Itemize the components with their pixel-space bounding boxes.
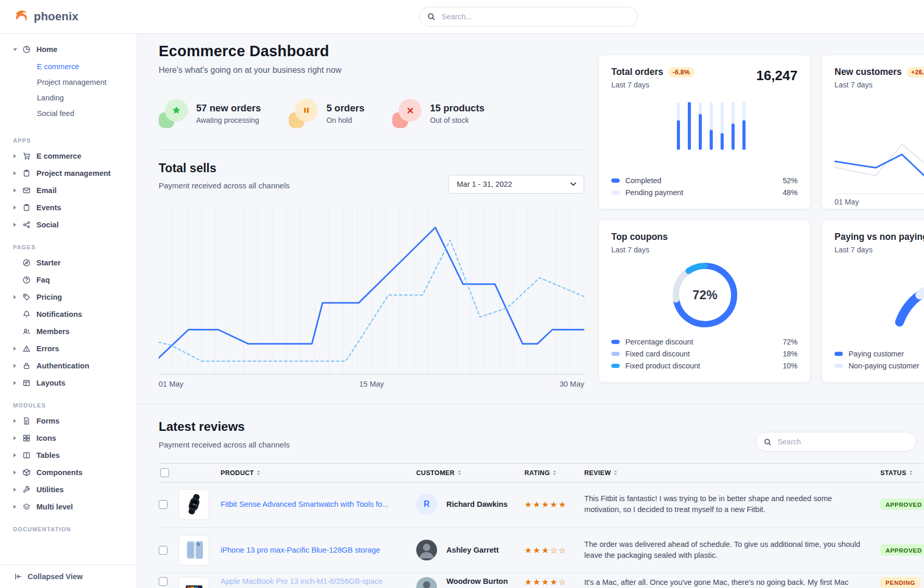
sidebar-item-utilities[interactable]: Utilities xyxy=(0,481,137,498)
reviews-search-input[interactable] xyxy=(777,437,908,446)
paying-vs-nonpaying-card: Paying vs non paying Last 7 days Paying … xyxy=(822,220,924,382)
orders-star-icon xyxy=(159,99,189,128)
rating-stars: ★★★☆☆ xyxy=(524,527,567,573)
sidebar-item-members[interactable]: Members xyxy=(0,323,137,340)
sidebar-item-label: Layouts xyxy=(36,379,66,387)
product-image-iphone[interactable] xyxy=(178,535,209,566)
sidebar-item-ecommerce[interactable]: E commerce xyxy=(0,147,137,164)
sidebar-item-landing[interactable]: Landing xyxy=(0,90,137,106)
total-sells-chart xyxy=(159,205,584,375)
orders-bar-chart xyxy=(675,100,753,152)
collapse-sidebar-label: Collapsed View xyxy=(28,572,83,581)
global-search[interactable] xyxy=(419,7,638,27)
layers-icon xyxy=(22,503,32,511)
sidebar-item-social[interactable]: Social xyxy=(0,216,137,233)
sidebar-item-layouts[interactable]: Layouts xyxy=(0,374,137,391)
sidebar-item-starter[interactable]: Starter xyxy=(0,254,137,271)
stat-value: 57 new orders xyxy=(196,103,261,114)
sidebar-item-project-management[interactable]: Project management xyxy=(0,164,137,182)
product-link[interactable]: iPhone 13 pro max-Pacific Blue-128GB sto… xyxy=(221,546,380,554)
table-row: fitbit Fitbit Sense Advanced Smartwatch … xyxy=(159,481,923,528)
sidebar-item-components[interactable]: Components xyxy=(0,464,137,481)
legend-value: 18% xyxy=(782,350,798,358)
legend: Completed 52% Pending payment 48% xyxy=(611,174,798,198)
sidebar-section-modules: MODULES xyxy=(0,391,137,412)
collapse-sidebar-button[interactable]: Collapsed View xyxy=(0,565,137,588)
chevron-right-icon xyxy=(13,364,21,368)
sidebar-item-faq[interactable]: Faq xyxy=(0,271,137,288)
brand-logo[interactable]: phoenix xyxy=(14,0,79,33)
date-range-value: Mar 1 - 31, 2022 xyxy=(457,180,512,188)
sidebar-item-ecommerce-dashboard[interactable]: E commerce xyxy=(0,59,137,74)
sidebar-item-notifications[interactable]: Notifications xyxy=(0,305,137,323)
sidebar-item-authentication[interactable]: Authentication xyxy=(0,357,137,374)
main-content: Ecommerce Dashboard Here's what's going … xyxy=(137,33,924,588)
paying-gauge-chart xyxy=(835,264,924,352)
sidebar-item-events[interactable]: Events xyxy=(0,199,137,216)
sidebar-item-tables[interactable]: Tables xyxy=(0,446,137,464)
total-orders-value: 16,247 xyxy=(756,68,798,84)
column-header-product[interactable]: PRODUCT xyxy=(221,464,261,482)
top-coupons-card: Top coupons Last 7 days 72% Percentage d… xyxy=(598,220,811,382)
select-all-checkbox[interactable] xyxy=(160,464,169,482)
status-label: APPROVED xyxy=(886,547,922,554)
latest-reviews-title: Latest reviews xyxy=(159,419,245,434)
chevron-right-icon xyxy=(13,171,21,175)
divider xyxy=(835,194,924,194)
chevron-right-icon xyxy=(13,154,21,158)
stat-out-of-stock: 15 products Out of stock xyxy=(392,99,484,128)
brand-name: phoenix xyxy=(34,10,79,23)
avatar[interactable] xyxy=(416,540,437,560)
chevron-right-icon xyxy=(13,206,21,210)
checkbox[interactable] xyxy=(159,577,168,586)
sidebar-item-label: Pricing xyxy=(36,293,62,301)
stat-on-hold: 5 orders On hold xyxy=(289,99,364,128)
search-input[interactable] xyxy=(441,12,630,21)
sidebar-item-label: Home xyxy=(36,45,57,54)
checkbox[interactable] xyxy=(159,546,168,555)
column-label: PRODUCT xyxy=(221,469,254,477)
sidebar-item-project-management-dashboard[interactable]: Project management xyxy=(0,74,137,90)
stat-new-orders: 57 new orders Awating processing xyxy=(159,99,261,128)
card-period: Last 7 days xyxy=(835,246,924,254)
product-image-macbook[interactable] xyxy=(178,577,209,588)
sidebar-item-pricing[interactable]: Pricing xyxy=(0,288,137,305)
row-select xyxy=(159,481,168,527)
avatar[interactable]: R xyxy=(416,494,437,515)
avatar[interactable] xyxy=(416,577,437,588)
card-period: Last 7 days xyxy=(611,246,798,254)
sidebar-item-email[interactable]: Email xyxy=(0,182,137,199)
status-badge: PENDING xyxy=(880,577,920,588)
column-label: STATUS xyxy=(880,469,906,477)
column-header-rating[interactable]: RATING xyxy=(524,464,557,482)
column-label: REVIEW xyxy=(584,469,611,477)
product-link[interactable]: Apple MacBook Pro 13 inch-M1-8/256GB-spa… xyxy=(221,577,383,585)
sidebar-item-icons[interactable]: Icons xyxy=(0,429,137,446)
checkbox[interactable] xyxy=(159,500,168,509)
sidebar-item-home[interactable]: Home xyxy=(0,41,137,58)
column-header-customer[interactable]: CUSTOMER xyxy=(416,464,461,482)
product-link[interactable]: Fitbit Sense Advanced Smartwatch with To… xyxy=(221,500,389,508)
sidebar-item-label: Social xyxy=(36,221,59,229)
product-image-smartwatch[interactable]: fitbit xyxy=(178,489,209,520)
sidebar-item-social-feed[interactable]: Social feed xyxy=(0,106,137,121)
sidebar-item-label: Utilities xyxy=(36,485,63,494)
legend-item: Pending payment 48% xyxy=(611,186,798,198)
stat-label: Out of stock xyxy=(430,116,484,124)
column-header-review[interactable]: REVIEW xyxy=(584,464,618,482)
checkbox[interactable] xyxy=(160,468,169,477)
reviews-search[interactable] xyxy=(756,432,916,452)
column-header-status[interactable]: STATUS xyxy=(880,464,913,482)
legend-label: Completed xyxy=(625,176,661,185)
grid-icon xyxy=(22,434,32,442)
status-badge: APPROVED ✓ xyxy=(880,544,924,556)
sort-icon xyxy=(457,470,461,476)
sidebar-item-forms[interactable]: Forms xyxy=(0,412,137,429)
sidebar-item-multi-level[interactable]: Multi level xyxy=(0,498,137,515)
card-period: Last 7 days xyxy=(835,81,924,89)
lock-icon xyxy=(22,362,32,370)
date-range-select[interactable]: Mar 1 - 31, 2022 xyxy=(448,175,584,194)
avatar-initial: R xyxy=(424,500,430,509)
sidebar-item-errors[interactable]: Errors xyxy=(0,340,137,357)
sidebar-item-label: Events xyxy=(36,203,61,212)
